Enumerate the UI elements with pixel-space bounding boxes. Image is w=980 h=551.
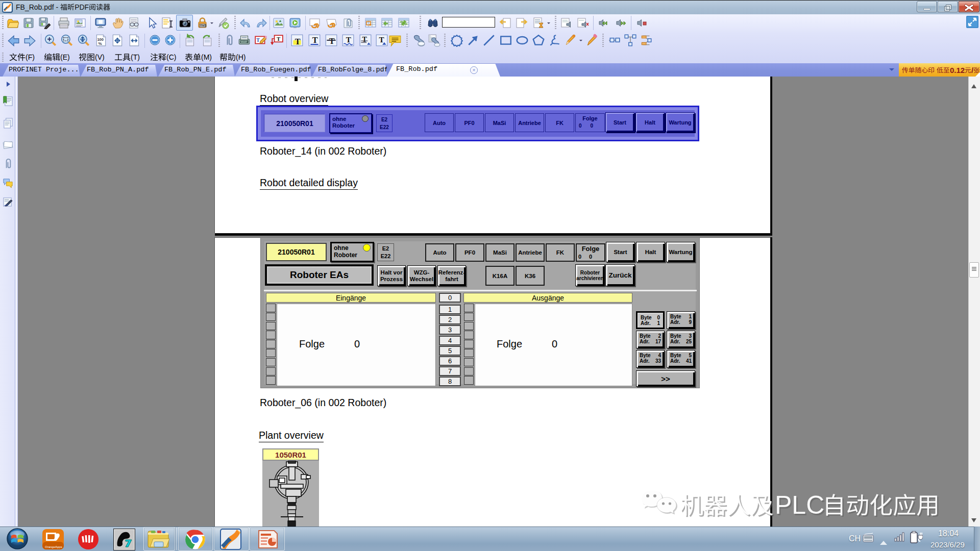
svg-text:OrangeApps: OrangeApps: [45, 545, 62, 548]
svg-text:T: T: [346, 35, 351, 44]
svg-text:T: T: [256, 37, 260, 43]
svg-text:T: T: [379, 35, 384, 44]
svg-text:PLC: PLC: [775, 491, 824, 519]
svg-text:T: T: [329, 37, 335, 46]
svg-text:T: T: [277, 36, 281, 42]
svg-text:RMS: RMS: [200, 24, 207, 27]
svg-text:T: T: [312, 36, 318, 45]
svg-text:%: %: [99, 41, 102, 46]
svg-text:T: T: [295, 37, 301, 46]
